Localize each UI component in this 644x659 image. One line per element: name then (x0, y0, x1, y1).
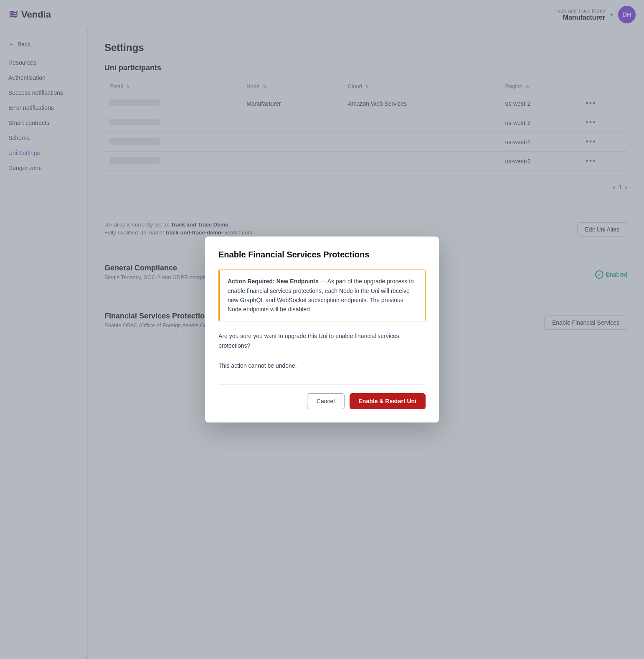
modal-footer: Cancel Enable & Restart Uni (218, 384, 426, 409)
modal-irreversible-note: This action cannot be undone. (218, 361, 426, 371)
modal-title: Enable Financial Services Protections (218, 250, 426, 260)
enable-restart-button[interactable]: Enable & Restart Uni (350, 393, 426, 409)
modal: Enable Financial Services Protections Ac… (205, 237, 439, 422)
modal-warning-bold: Action Required: New Endpoints (228, 278, 319, 285)
cancel-button[interactable]: Cancel (307, 393, 345, 409)
modal-confirm-question: Are you sure you want to upgrade this Un… (218, 331, 426, 351)
modal-body: Are you sure you want to upgrade this Un… (218, 331, 426, 371)
modal-warning-box: Action Required: New Endpoints — As part… (218, 270, 426, 321)
modal-overlay[interactable]: Enable Financial Services Protections Ac… (0, 0, 644, 659)
modal-warning-dash: — (319, 278, 327, 285)
modal-warning-text: Action Required: New Endpoints — As part… (228, 277, 418, 314)
